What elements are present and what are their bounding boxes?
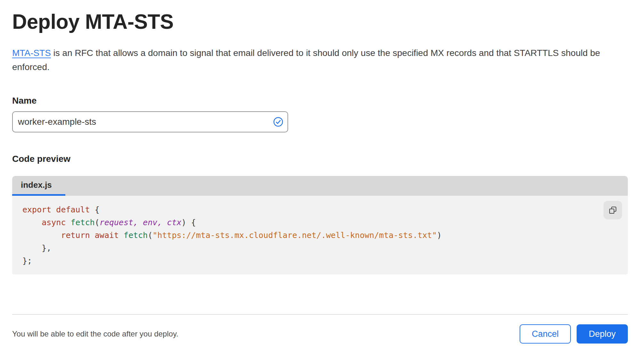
name-input[interactable]: [12, 111, 288, 132]
deploy-mta-sts-page: Deploy MTA-STS MTA-STS is an RFC that al…: [0, 10, 640, 344]
code-block: export default { async fetch(request, en…: [12, 196, 628, 274]
check-circle-icon: [273, 117, 283, 127]
name-input-wrap: [12, 111, 288, 132]
code-line: async fetch(request, env, ctx) {: [22, 216, 628, 229]
description-rest: is an RFC that allows a domain to signal…: [12, 48, 600, 72]
code-preview-card: index.js export default { async fetch(re…: [12, 176, 628, 274]
code-line: return await fetch("https://mta-sts.mx.c…: [22, 229, 628, 242]
name-field-label: Name: [12, 95, 628, 106]
code-lines: export default { async fetch(request, en…: [22, 203, 628, 267]
deploy-button[interactable]: Deploy: [577, 324, 628, 344]
description-text: MTA-STS is an RFC that allows a domain t…: [12, 46, 624, 74]
code-line: },: [22, 242, 628, 255]
tab-index-js[interactable]: index.js: [12, 176, 65, 196]
code-line: export default {: [22, 203, 628, 216]
copy-icon: [608, 205, 618, 215]
footer-note: You will be able to edit the code after …: [12, 329, 178, 338]
footer: You will be able to edit the code after …: [12, 315, 628, 344]
cancel-button[interactable]: Cancel: [520, 324, 571, 344]
page-title: Deploy MTA-STS: [12, 10, 628, 33]
footer-actions: Cancel Deploy: [520, 324, 628, 344]
code-tabbar: index.js: [12, 176, 628, 196]
mta-sts-link[interactable]: MTA-STS: [12, 48, 51, 58]
code-line: };: [22, 255, 628, 267]
code-preview-label: Code preview: [12, 154, 628, 164]
copy-code-button[interactable]: [604, 201, 622, 219]
